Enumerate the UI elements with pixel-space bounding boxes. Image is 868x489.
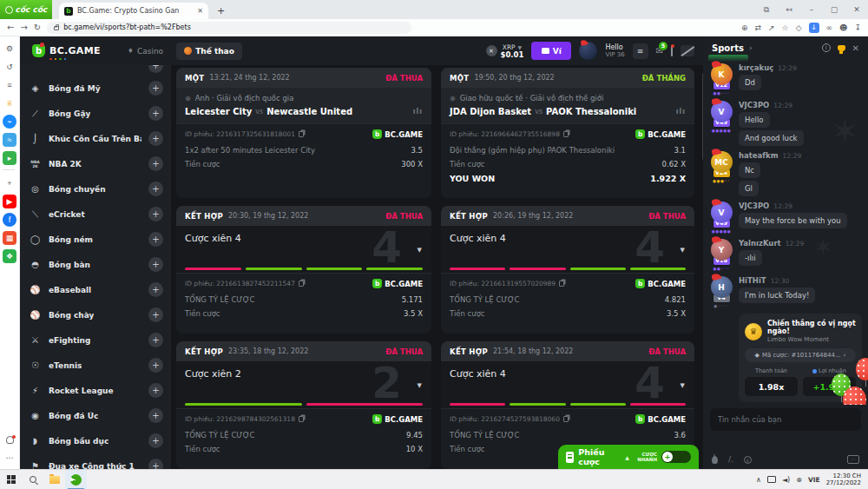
bet-card-combo[interactable]: KẾT HỢP 20:30, 19 thg 12, 2022 ĐÃ THUA C… — [176, 206, 431, 334]
minimize-button[interactable]: – — [800, 0, 823, 19]
chat-username[interactable]: HiTHiT — [739, 276, 766, 285]
tray-expand-icon[interactable]: ∧ — [756, 476, 761, 484]
avatar[interactable]: Y — [711, 239, 733, 261]
chevron-down-icon[interactable]: ▼ — [418, 382, 422, 389]
incognito-icon[interactable]: ∞ — [826, 23, 833, 32]
sidebar-item-american-football[interactable]: ◈ Bóng đá Mỹ + — [20, 76, 171, 101]
sidebar-item-ecricket[interactable]: ⟍ eCricket + — [20, 202, 171, 227]
savior-download-icon[interactable]: ↓ — [809, 23, 819, 33]
sidebar-item-nba-2k[interactable]: NBA 2K NBA 2K + — [20, 151, 171, 176]
chat-room-tab[interactable]: Sports — [712, 43, 744, 53]
file-explorer-icon[interactable] — [43, 470, 65, 489]
expand-plus-button[interactable]: + — [148, 307, 163, 322]
weather-icon[interactable]: ≈ — [3, 133, 16, 147]
download-plus-icon[interactable]: ⊕ — [741, 23, 748, 32]
chat-username[interactable]: hateafkm — [739, 151, 779, 160]
chevron-down-icon[interactable]: ▼ — [681, 382, 685, 389]
settings-icon[interactable]: ⚙ — [3, 42, 16, 56]
dismiss-icon[interactable]: ⊗ — [796, 476, 802, 484]
bet-card-combo[interactable]: KẾT HỢP 20:26, 19 thg 12, 2022 ĐÃ THUA C… — [441, 206, 694, 334]
copy-icon[interactable] — [559, 281, 564, 287]
expand-plus-button[interactable]: + — [148, 383, 163, 398]
rain-tip-icon[interactable] — [712, 456, 718, 464]
rail-more-icon[interactable]: ⋯ — [3, 451, 16, 465]
sidebar-item-table-tennis[interactable]: ◓ Bóng bàn + — [20, 252, 171, 277]
volume-icon[interactable]: ◄) — [782, 476, 790, 484]
sidebar-item-aussie-rules[interactable]: ◉ Bóng đá Úc + — [20, 403, 171, 428]
download-arrow-icon[interactable]: ↤ — [778, 0, 800, 19]
youtube-icon[interactable]: ▶ — [3, 195, 16, 208]
expand-plus-button[interactable]: + — [148, 408, 163, 423]
chat-toggle-icon[interactable] — [681, 45, 694, 56]
sidebar-item-ebaseball[interactable]: ⚾ eBaseball + — [20, 277, 171, 302]
bell-icon[interactable] — [671, 46, 673, 56]
expand-plus-button[interactable]: + — [148, 182, 163, 196]
avatar[interactable]: V — [711, 202, 733, 223]
rewards-crown-icon[interactable]: ♕ — [3, 96, 16, 110]
copy-icon[interactable] — [563, 416, 569, 422]
history-icon[interactable]: ↺ — [3, 60, 16, 74]
expand-plus-button[interactable]: + — [148, 333, 163, 347]
copy-icon[interactable] — [299, 416, 304, 422]
expand-plus-button[interactable]: + — [148, 131, 163, 146]
messenger-icon[interactable]: ⌁ — [3, 115, 16, 129]
copy-icon[interactable] — [299, 281, 304, 287]
back-icon[interactable]: ← — [7, 23, 14, 32]
expand-plus-button[interactable]: + — [148, 459, 163, 469]
profile-icon[interactable]: ☻ — [839, 23, 847, 32]
clock[interactable]: 12:30 CH 27/12/2022 — [826, 472, 861, 486]
betslip-button[interactable]: Phiếu cược ▲ CƯỢC NHANH + — [558, 445, 699, 469]
menu-hamburger-icon[interactable]: ≡ — [633, 43, 648, 59]
currency-selector[interactable]: ✕ XRP ▼ $0.01 — [486, 43, 524, 58]
stats-bars-icon[interactable]: ılı — [676, 108, 686, 116]
sidebar-item-rocket-league[interactable]: ⚡ Rocket League + — [20, 378, 171, 403]
bet-card-combo[interactable]: KẾT HỢP 23:35, 18 thg 12, 2022 ĐÃ THUA C… — [176, 341, 431, 469]
sidebar-item-efighting[interactable]: ⚔ eFighting + — [20, 327, 171, 353]
browser-tab[interactable]: b BC.Game: Crypto Casino Gan ✕ — [59, 3, 208, 19]
copy-icon[interactable] — [299, 131, 304, 137]
tab-close-icon[interactable]: ✕ — [197, 7, 203, 15]
forward-icon[interactable]: → — [20, 23, 27, 32]
coccoc-menu-button[interactable]: cốc cốc — [0, 0, 52, 19]
sidebar-item-ice-hockey[interactable]: ⌡ Khúc Côn Cầu Trên Băng + — [20, 126, 171, 151]
chevron-down-icon[interactable]: ▼ — [418, 247, 422, 254]
trophy-icon[interactable] — [838, 45, 845, 51]
new-tab-button[interactable]: + — [217, 5, 225, 17]
share-icon[interactable]: ↗ — [768, 23, 775, 32]
nav-sports[interactable]: Thế thao — [176, 43, 242, 60]
copy-icon[interactable] — [563, 131, 569, 137]
language-indicator[interactable]: VIE — [808, 476, 820, 484]
info-icon[interactable]: i — [822, 43, 831, 52]
expand-plus-button[interactable]: + — [148, 156, 163, 171]
avatar[interactable]: MC — [711, 151, 733, 173]
commands-icon[interactable]: /. — [728, 455, 733, 464]
address-bar[interactable]: bc.game/vi/sports?bt-path=%2Fbets — [47, 22, 411, 34]
chat-message-input[interactable] — [710, 408, 861, 431]
sidebar-item-handball[interactable]: ◯ Bóng ném + — [20, 227, 171, 252]
keyboard-icon[interactable]: ··· — [847, 455, 859, 464]
bcgame-logo[interactable]: b BC.GAME — [32, 44, 101, 57]
avatar[interactable]: V — [711, 101, 733, 122]
downloads-icon[interactable]: ↧ — [854, 23, 861, 32]
wallet-button[interactable]: Ví — [531, 42, 571, 60]
sidebar-item-volleyball[interactable]: ◎ Bóng chuyền + — [20, 176, 171, 202]
bookmark-star-icon[interactable]: ☆ — [782, 23, 789, 32]
shopee-icon[interactable]: ▦ — [3, 231, 16, 245]
chat-username[interactable]: kırçakuç — [739, 63, 773, 72]
games-icon[interactable]: ▸ — [3, 151, 16, 165]
mail-icon[interactable]: ✉5 — [656, 46, 663, 56]
reading-list-icon[interactable]: ≡ — [3, 78, 16, 92]
nav-casino[interactable]: ♦ Casino — [120, 43, 171, 60]
notifications-bell-icon[interactable] — [3, 433, 16, 446]
expand-plus-button[interactable]: + — [148, 81, 163, 96]
chevron-right-icon[interactable]: › — [749, 43, 753, 52]
sidebar-item-cricket[interactable]: ⟋ Bóng Gậy + — [20, 101, 171, 126]
expand-plus-button[interactable]: + — [148, 65, 163, 73]
chat-username[interactable]: VJC3PO — [739, 202, 769, 210]
sidebar-item-baseball[interactable]: ⚾ Bóng chày + — [20, 302, 171, 327]
sidebar-item-rugby[interactable]: ◗ Bóng bầu dục + — [20, 428, 171, 453]
expand-plus-button[interactable]: + — [148, 207, 163, 221]
expand-plus-button[interactable]: + — [148, 358, 163, 373]
expand-plus-button[interactable]: + — [148, 282, 163, 297]
cast-icon[interactable]: ⧉ — [755, 0, 778, 19]
